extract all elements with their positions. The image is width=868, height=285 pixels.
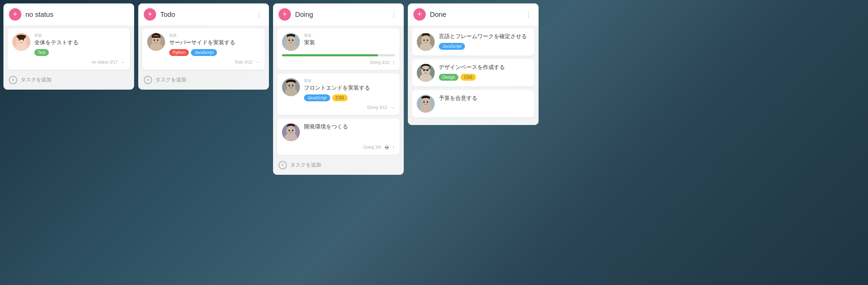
more-menu-button-done[interactable]: ⋮ [524, 9, 533, 20]
add-task-icon: + [144, 76, 152, 84]
card-tag: CSS [332, 94, 348, 101]
svg-point-19 [289, 85, 290, 87]
svg-point-28 [421, 35, 430, 46]
column-done: +Done⋮ 言語とフレームワークを確定させるJavaScript デザインベー… [408, 3, 539, 125]
card[interactable]: 実装実装Doing 3/12↑ [277, 28, 400, 70]
card-header: 予算を合意する [417, 95, 530, 113]
card[interactable]: 言語とフレームワークを確定させるJavaScript [412, 28, 534, 56]
card-header: 開発環境をつくる [282, 123, 395, 141]
avatar [417, 33, 435, 51]
card-content: デザインベースを作成するDesignCSS [439, 64, 530, 81]
card-content: 実装サーバーサイドを実装するPythonJavaScript [169, 33, 260, 56]
column-title-done: Done [430, 11, 524, 19]
arrow-up-icon: ↑ [392, 60, 395, 65]
avatar [282, 33, 300, 51]
avatar [147, 33, 165, 51]
card-tags: PythonJavaScript [169, 49, 260, 56]
avatar [282, 123, 300, 141]
card-content: 開発環境をつくる [304, 123, 395, 130]
card-footer: Todo 3/12→ [147, 59, 260, 65]
svg-point-9 [157, 39, 159, 41]
card-footer: Doing 3/12↑ [282, 60, 395, 65]
plus-icon: + [148, 10, 152, 18]
plus-icon: + [283, 10, 287, 18]
column-no-status: +no status 実装全体をテストするTestno status 3/17→… [3, 3, 134, 90]
plus-icon: + [417, 10, 422, 18]
card-header: 実装実装 [282, 33, 395, 51]
add-task-row-no-status[interactable]: +タスクを追加 [8, 73, 130, 86]
card-status: Doing 3/12 [367, 105, 387, 110]
kanban-board: +no status 実装全体をテストするTestno status 3/17→… [3, 3, 865, 175]
card-header: 言語とフレームワークを確定させるJavaScript [417, 33, 530, 51]
add-card-button-done[interactable]: + [413, 8, 426, 21]
progress-bar-container [282, 54, 395, 56]
svg-point-40 [427, 101, 428, 103]
avatar [282, 78, 300, 96]
add-task-label: タスクを追加 [290, 162, 321, 168]
plus-icon: + [13, 10, 18, 18]
card-tag: JavaScript [439, 43, 465, 50]
add-task-icon: + [279, 161, 287, 169]
skull-icon: 💀 [384, 145, 390, 150]
card[interactable]: 実装全体をテストするTestno status 3/17→ [8, 28, 130, 70]
card-title: サーバーサイドを実装する [169, 39, 260, 46]
svg-point-33 [421, 66, 430, 76]
card-content: 予算を合意する [439, 95, 530, 102]
card-status: Doing 3/5 [364, 145, 381, 150]
card-content: 実装全体をテストするTest [34, 33, 125, 56]
progress-bar [282, 54, 378, 56]
card-title: 予算を合意する [439, 95, 530, 102]
card-footer: Doing 3/5💀↑ [282, 145, 395, 150]
add-card-button-no-status[interactable]: + [9, 8, 21, 21]
card-tag: JavaScript [304, 94, 330, 101]
svg-point-23 [286, 126, 295, 136]
card[interactable]: 予算を合意する [412, 90, 534, 117]
svg-point-38 [421, 97, 430, 107]
add-task-row-doing[interactable]: +タスクを追加 [277, 158, 400, 171]
card-tag: CSS [460, 74, 476, 81]
card-category: 実装 [304, 33, 395, 38]
svg-point-25 [292, 129, 293, 131]
more-menu-button-todo[interactable]: ⋮ [254, 9, 263, 20]
card-status: Todo 3/12 [234, 60, 252, 65]
column-body-done: 言語とフレームワークを確定させるJavaScript デザインベースを作成するD… [408, 25, 539, 125]
avatar [417, 95, 435, 113]
svg-point-39 [423, 101, 425, 103]
card-content: 言語とフレームワークを確定させるJavaScript [439, 33, 530, 50]
add-task-icon: + [9, 76, 17, 84]
card-header: 実装フロントエンドを実装するJavaScriptCSS [282, 78, 395, 101]
add-task-label: タスクを追加 [21, 77, 52, 83]
arrow-icon: → [390, 105, 395, 110]
add-task-row-todo[interactable]: +タスクを追加 [142, 73, 265, 86]
svg-rect-10 [152, 36, 161, 38]
column-title-doing: Doing [295, 11, 389, 19]
add-card-button-doing[interactable]: + [279, 8, 291, 21]
card-tag: Python [169, 49, 189, 56]
card-category: 実装 [34, 33, 125, 38]
column-body-no-status: 実装全体をテストするTestno status 3/17→+タスクを追加 [3, 25, 134, 90]
column-doing: +Doing⋮ 実装実装Doing 3/12↑ 実装フロントエンドを実装するJa… [273, 3, 404, 175]
card-title: フロントエンドを実装する [304, 84, 395, 92]
card-tags: JavaScript [439, 43, 530, 50]
card-tag: Test [34, 49, 49, 56]
add-card-button-todo[interactable]: + [144, 8, 156, 21]
svg-point-15 [292, 39, 293, 41]
column-body-todo: 実装サーバーサイドを実装するPythonJavaScriptTodo 3/12→… [138, 25, 269, 90]
card-tag: Design [439, 74, 458, 81]
card-status: no status 3/17 [92, 60, 118, 65]
card[interactable]: 実装サーバーサイドを実装するPythonJavaScriptTodo 3/12→ [142, 28, 265, 70]
arrow-up-icon: ↑ [392, 145, 395, 150]
card[interactable]: 実装フロントエンドを実装するJavaScriptCSSDoing 3/12→ [277, 73, 400, 115]
svg-point-8 [154, 39, 155, 41]
more-menu-button-doing[interactable]: ⋮ [389, 9, 398, 20]
card-title: 実装 [304, 39, 395, 46]
card-footer: Doing 3/12→ [282, 105, 395, 110]
card-footer: no status 3/17→ [12, 59, 125, 65]
column-todo: +Todo⋮ 実装サーバーサイドを実装するPythonJavaScriptTod… [138, 3, 269, 90]
svg-point-20 [292, 85, 293, 87]
svg-point-30 [427, 39, 428, 41]
card[interactable]: デザインベースを作成するDesignCSS [412, 59, 534, 87]
card[interactable]: 開発環境をつくるDoing 3/5💀↑ [277, 118, 400, 155]
svg-point-29 [423, 39, 425, 41]
column-body-doing: 実装実装Doing 3/12↑ 実装フロントエンドを実装するJavaScript… [273, 25, 404, 175]
